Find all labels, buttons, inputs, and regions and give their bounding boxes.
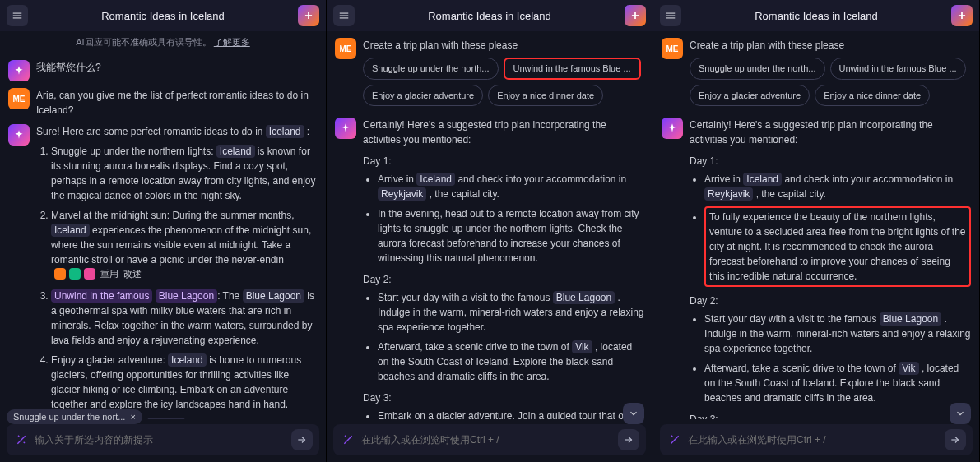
entity-iceland[interactable]: Iceland xyxy=(416,173,455,186)
wand-icon[interactable] xyxy=(340,432,356,448)
entity-iceland[interactable]: Iceland xyxy=(147,418,186,419)
ai-avatar xyxy=(8,124,30,146)
prompt-input[interactable] xyxy=(688,434,940,446)
entity-blue-lagoon[interactable]: Blue Lagoon xyxy=(880,312,941,326)
new-chat-button[interactable] xyxy=(625,5,646,26)
suggestion-chip[interactable]: Enjoy a nice dinner date xyxy=(488,85,603,107)
page-title: Romantic Ideas in Iceland xyxy=(428,10,551,22)
page-title: Romantic Ideas in Iceland xyxy=(755,10,878,22)
ai-response: Certainly! Here's a suggested trip plan … xyxy=(690,118,971,419)
ai-avatar xyxy=(8,60,30,81)
reuse-action[interactable]: 重用 xyxy=(100,267,118,281)
day-heading: Day 3: xyxy=(363,390,644,405)
close-icon[interactable]: × xyxy=(130,412,135,422)
ai-response: Certainly! Here's a suggested trip plan … xyxy=(363,118,644,419)
user-message: Aria, can you give me the list of perfec… xyxy=(36,88,318,118)
entity-iceland[interactable]: Iceland xyxy=(743,173,782,186)
prompt-input[interactable] xyxy=(35,434,286,446)
wand-icon[interactable] xyxy=(13,432,30,448)
suggestion-chip-highlighted[interactable]: Unwind in the famous Blue ... xyxy=(504,58,641,80)
day-heading: Day 2: xyxy=(363,272,644,287)
send-button[interactable] xyxy=(291,429,313,450)
ai-greeting: 我能帮您什么? xyxy=(36,60,318,81)
scroll-down-button[interactable] xyxy=(623,403,644,424)
entity-iceland[interactable]: Iceland xyxy=(51,224,90,237)
color-chip[interactable] xyxy=(69,268,81,280)
new-chat-button[interactable] xyxy=(951,5,973,26)
highlighted-bullet: To fully experience the beauty of the no… xyxy=(704,206,971,287)
suggestion-chip[interactable]: Unwind in the famous Blue ... xyxy=(830,58,966,80)
disclaimer: AI回应可能不准确或具有误导性。 了解更多 xyxy=(0,31,326,53)
user-avatar: ME xyxy=(662,38,683,59)
entity-reykjavik[interactable]: Reykjavik xyxy=(704,187,753,201)
ai-avatar xyxy=(335,118,356,139)
suggestion-chip[interactable]: Enjoy a nice dinner date xyxy=(815,85,930,107)
day-heading: Day 1: xyxy=(363,154,644,169)
user-avatar: ME xyxy=(335,38,356,59)
highlighted-text[interactable]: Unwind in the famous xyxy=(51,289,152,303)
entity-iceland[interactable]: Iceland xyxy=(216,145,255,158)
entity-blue-lagoon[interactable]: Blue Lagoon xyxy=(243,289,304,303)
suggestion-chip[interactable]: Snuggle up under the north... xyxy=(363,58,499,80)
suggestion-chip[interactable]: Enjoy a glacier adventure xyxy=(363,85,483,107)
scroll-down-button[interactable] xyxy=(950,403,971,424)
entity-vik[interactable]: Vik xyxy=(572,340,592,353)
color-chip[interactable] xyxy=(54,268,66,280)
menu-button[interactable] xyxy=(333,5,355,26)
menu-button[interactable] xyxy=(660,5,681,26)
entity-reykjavik[interactable]: Reykjavik xyxy=(378,187,426,201)
day-heading: Day 1: xyxy=(690,154,971,169)
highlighted-text[interactable]: Blue Lagoon xyxy=(156,289,217,303)
day-heading: Day 3: xyxy=(690,412,971,419)
suggestion-chip[interactable]: Snuggle up under the north... xyxy=(690,58,825,80)
wand-icon[interactable] xyxy=(666,432,683,448)
entity-iceland[interactable]: Iceland xyxy=(168,353,207,367)
day-heading: Day 2: xyxy=(690,293,971,308)
entity-vik[interactable]: Vik xyxy=(899,362,918,375)
send-button[interactable] xyxy=(618,429,639,450)
context-pill[interactable]: Snuggle up under the nort...× xyxy=(7,409,142,424)
rephrase-action[interactable]: 改述 xyxy=(123,267,142,281)
new-chat-button[interactable] xyxy=(298,5,319,26)
entity-blue-lagoon[interactable]: Blue Lagoon xyxy=(553,291,615,304)
send-button[interactable] xyxy=(945,429,966,450)
ai-response: Sure! Here are some perfect romantic ide… xyxy=(36,124,318,419)
suggestion-chip[interactable]: Enjoy a glacier adventure xyxy=(690,85,810,107)
selection-toolbar: 重用 改述 xyxy=(54,267,142,281)
ai-avatar xyxy=(662,118,683,139)
color-chip[interactable] xyxy=(84,268,95,280)
entity-iceland[interactable]: Iceland xyxy=(266,125,304,138)
user-avatar: ME xyxy=(8,88,30,109)
prompt-input[interactable] xyxy=(361,434,613,446)
user-message: Create a trip plan with these please xyxy=(363,38,644,53)
page-title: Romantic Ideas in Iceland xyxy=(101,10,225,22)
learn-more-link[interactable]: 了解更多 xyxy=(214,37,250,47)
menu-button[interactable] xyxy=(7,5,28,26)
user-message: Create a trip plan with these please xyxy=(690,38,971,53)
